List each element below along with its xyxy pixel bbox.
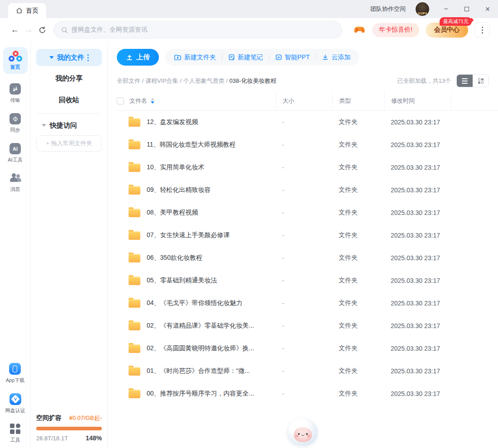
maximize-button[interactable] [456, 0, 477, 18]
grid-view-button[interactable] [473, 75, 488, 87]
minimize-button[interactable]: − [436, 0, 456, 18]
file-name[interactable]: 07、女生快速上手美颜必修课 [147, 231, 230, 239]
file-size: - [276, 345, 332, 352]
file-name[interactable]: 11、韩国化妆造型大师视频教程 [147, 141, 236, 149]
discount-badge: 最高减71元 [440, 17, 472, 26]
storage-expand: 空间扩容 ¥0.07/GB起› 26.8T/18.1T 148% [36, 414, 102, 442]
folder-icon [129, 209, 140, 217]
table-row[interactable]: 00、推荐按序号顺序学习，内容更全... - 文件夹 2025.03.30 23… [117, 382, 498, 405]
grid-view-icon [478, 78, 484, 84]
table-row[interactable]: 01、《时尚芭莎》合作造型师：“微... - 文件夹 2025.03.30 23… [117, 360, 498, 382]
divider [37, 113, 101, 114]
file-name[interactable]: 09、轻松化出精致妆容 [147, 186, 211, 194]
rail-item-home[interactable]: 首页 [3, 47, 28, 74]
file-name[interactable]: 00、推荐按序号顺序学习，内容更全... [147, 390, 254, 398]
file-type: 文件夹 [332, 367, 384, 375]
back-button[interactable]: ← [8, 23, 22, 37]
upload-icon [126, 54, 133, 61]
cloud-add-button[interactable]: 云添加 [316, 53, 356, 62]
file-name[interactable]: 05、零基础到精通美妆法 [147, 276, 217, 285]
column-header-modified[interactable]: 修改时间 [384, 91, 451, 110]
expand-price[interactable]: ¥0.07/GB起› [69, 414, 102, 422]
column-header-type[interactable]: 类型 [332, 91, 384, 110]
ai-icon: AI [10, 143, 21, 154]
chevron-down-icon [42, 124, 46, 127]
file-type: 文件夹 [332, 390, 384, 398]
kebab-menu-icon [482, 27, 483, 33]
avatar[interactable]: SVIP4 [416, 2, 429, 16]
transfer-icon [10, 83, 21, 95]
column-header-extra [451, 91, 498, 110]
workspace-label[interactable]: 团队协作空间 [370, 5, 406, 13]
table-row[interactable]: 05、零基础到精通美妆法 - 文件夹 2025.03.30 23:17 [117, 269, 498, 292]
sidebar-item-my-share[interactable]: 我的分享 [36, 69, 102, 88]
search-placeholder: 搜网盘文件、全网资源资讯 [72, 26, 148, 34]
table-row[interactable]: 06、350款化妆教程 - 文件夹 2025.03.30 23:17 [117, 247, 498, 269]
table-row[interactable]: 02、《高圆圆黄晓明特邀化妆师》换... - 文件夹 2025.03.30 23… [117, 337, 498, 360]
table-row[interactable]: 07、女生快速上手美颜必修课 - 文件夹 2025.03.30 23:17 [117, 224, 498, 247]
search-icon [61, 27, 68, 33]
file-name[interactable]: 01、《时尚芭莎》合作造型师：“微... [147, 367, 250, 375]
storage-usage: 26.8T/18.1T [36, 435, 68, 442]
breadcrumb[interactable]: 全部文件 / 课程VIP合集 / 个人形象气质类 / 038-化妆美妆教程 [117, 77, 277, 85]
rail-item-transfer[interactable]: 传输 [10, 83, 21, 104]
table-row[interactable]: 04、《毛戈平》带你领悟化妆魅力 - 文件夹 2025.03.30 23:17 [117, 292, 498, 315]
file-name[interactable]: 04、《毛戈平》带你领悟化妆魅力 [147, 299, 243, 307]
smart-ppt-button[interactable]: P 智能PPT [269, 53, 316, 62]
file-modified: 2025.03.30 23:17 [384, 367, 451, 375]
file-name[interactable]: 06、350款化妆教程 [147, 254, 202, 262]
rail-item-app-download[interactable]: App下载 [6, 363, 25, 384]
drop-folder-hint[interactable]: + 拖入常用文件夹 [36, 135, 102, 152]
search-input[interactable]: 搜网盘文件、全网资源资讯 [53, 21, 342, 38]
tab-home[interactable]: 首页 [8, 3, 46, 18]
mascot-assistant[interactable] [286, 415, 320, 448]
file-size: - [276, 141, 332, 148]
sidebar-item-quick-access[interactable]: 快捷访问 [36, 117, 102, 133]
new-folder-button[interactable]: 新建文件夹 [168, 53, 222, 62]
select-all-checkbox[interactable] [117, 97, 124, 105]
file-name[interactable]: 08、美甲教程视频 [147, 209, 198, 217]
rail-item-verify[interactable]: V 网盘认证 [5, 393, 25, 414]
column-header-size[interactable]: 大小 [276, 91, 332, 110]
table-row[interactable]: 09、轻松化出精致妆容 - 文件夹 2025.03.30 23:17 [117, 179, 498, 201]
table-row[interactable]: 10、实用简单化妆术 - 文件夹 2025.03.30 23:17 [117, 156, 498, 179]
rail-item-ai-tools[interactable]: AI AI工具 [8, 143, 22, 163]
new-folder-icon [174, 54, 182, 61]
table-row[interactable]: 02、《有道精品课》零基础学化妆美... - 文件夹 2025.03.30 23… [117, 315, 498, 337]
messages-icon [10, 173, 21, 184]
breadcrumb-current: 038-化妆美妆教程 [230, 77, 277, 84]
game-icon[interactable] [353, 25, 366, 35]
file-name[interactable]: 10、实用简单化妆术 [147, 163, 205, 172]
file-modified: 2025.03.30 23:17 [384, 254, 451, 262]
upload-button[interactable]: 上传 [117, 49, 159, 66]
refresh-button[interactable] [35, 23, 49, 37]
sidebar-item-my-files[interactable]: 我的文件 [36, 49, 102, 66]
sidebar-item-recycle-bin[interactable]: 回收站 [36, 91, 102, 110]
file-name[interactable]: 02、《高圆圆黄晓明特邀化妆师》换... [147, 344, 254, 353]
table-row[interactable]: 12、盘发编发视频 - 文件夹 2025.03.30 23:17 [117, 111, 498, 133]
rail-item-messages[interactable]: 消息 [10, 173, 21, 193]
table-row[interactable]: 11、韩国化妆造型大师视频教程 - 文件夹 2025.03.30 23:17 [117, 133, 498, 156]
file-modified: 2025.03.30 23:17 [384, 164, 451, 171]
table-row[interactable]: 08、美甲教程视频 - 文件夹 2025.03.30 23:17 [117, 201, 498, 224]
svip-badge: SVIP4 [416, 11, 429, 15]
annual-card-promo[interactable]: 年卡惊喜价! [372, 23, 419, 37]
file-modified: 2025.03.30 23:17 [384, 390, 451, 397]
column-header-name[interactable]: 文件名 [129, 97, 147, 105]
expand-title[interactable]: 空间扩容 [36, 414, 62, 422]
file-name[interactable]: 02、《有道精品课》零基础学化妆美... [147, 322, 254, 330]
rail-item-tools[interactable]: 工具 [10, 424, 21, 443]
folder-icon [129, 254, 140, 262]
file-type: 文件夹 [332, 186, 384, 194]
title-bar: 首页 团队协作空间 SVIP4 − × [0, 0, 498, 18]
new-note-button[interactable]: 新建笔记 [222, 53, 269, 62]
mascot-face [294, 427, 312, 442]
rail-item-sync[interactable]: 同步 [10, 113, 21, 133]
more-menu-button[interactable] [474, 22, 490, 38]
file-name[interactable]: 12、盘发编发视频 [147, 118, 198, 126]
list-view-button[interactable] [457, 75, 473, 87]
sort-icon[interactable] [151, 98, 154, 104]
toolbar: 上传 新建文件夹 新建笔记 P 智能PPT [117, 49, 498, 66]
close-button[interactable]: × [477, 0, 498, 18]
my-files-menu-icon[interactable] [87, 54, 89, 61]
